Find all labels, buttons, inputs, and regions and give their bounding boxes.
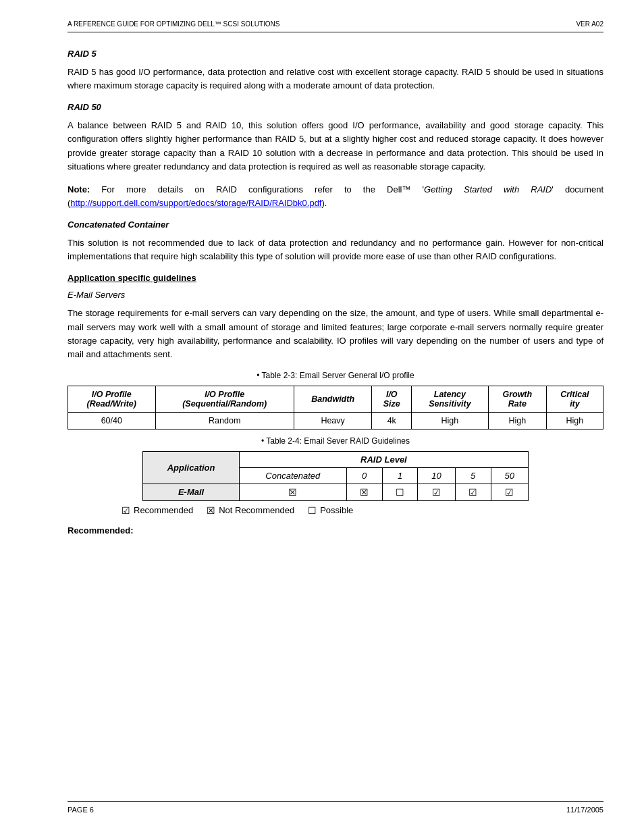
table23-caption: Table 2-3: Email Server General I/O prof… (68, 371, 603, 380)
page-header: A REFERENCE GUIDE FOR OPTIMIZING DELL™ S… (68, 20, 603, 32)
note-italic: Getting Started with RAID (424, 184, 552, 194)
header-left: A REFERENCE GUIDE FOR OPTIMIZING DELL™ S… (68, 20, 280, 28)
email-servers-title: E-Mail Servers (68, 290, 603, 300)
col-50: 50 (491, 467, 528, 484)
cell-growth: High (488, 412, 546, 429)
cell-5: ☑ (455, 484, 491, 500)
email-row: E-Mail ☒ ☒ ☐ ☑ ☑ ☑ (143, 484, 529, 500)
col-0: 0 (346, 467, 382, 484)
cell-concat: ☒ (240, 484, 347, 500)
cell-io-size: 4k (372, 412, 412, 429)
legend-recommended: ☑ Recommended (122, 505, 193, 516)
email-label: E-Mail (143, 484, 240, 500)
concatenated-title: Concatenated Container (68, 219, 603, 230)
io-profile-table: I/O Profile(Read/Write) I/O Profile(Sequ… (68, 386, 603, 429)
check-icon3: ☑ (505, 487, 514, 498)
raid-guidelines-table: Application RAID Level Concatenated 0 1 … (142, 451, 529, 501)
raid50-section: RAID 50 A balance between RAID 5 and RAI… (68, 102, 603, 174)
possible-label: Possible (320, 505, 353, 515)
possible-icon: ☐ (308, 505, 317, 516)
col-latency: LatencySensitivity (412, 386, 489, 412)
not-recommended-label: Not Recommended (219, 505, 294, 515)
recommended-heading: Recommended: (68, 525, 134, 536)
legend-not-recommended: ☒ Not Recommended (207, 505, 294, 516)
col-5: 5 (455, 467, 491, 484)
note-bold: Note: (68, 184, 90, 194)
note-paragraph: Note: For more details on RAID configura… (68, 183, 603, 210)
not-recommended-icon: ☒ (207, 505, 215, 516)
email-servers-body: The storage requirements for e-mail serv… (68, 307, 603, 361)
app-guidelines-title: Application specific guidelines (68, 273, 603, 283)
cell-io-sr: Random (155, 412, 294, 429)
recommended-section: Recommended: (68, 525, 603, 536)
raid50-body: A balance between RAID 5 and RAID 10, th… (68, 119, 603, 174)
xmark-icon: ☒ (288, 487, 297, 498)
note-text3: ). (321, 198, 327, 208)
table-row: 60/40 Random Heavy 4k High High High (68, 412, 603, 429)
note-text1: For more details on RAID configurations … (90, 184, 424, 194)
col-io-rw: I/O Profile(Read/Write) (68, 386, 156, 412)
raid5-title: RAID 5 (68, 49, 603, 59)
concatenated-body: This solution is not recommended due to … (68, 236, 603, 263)
check-icon2: ☑ (468, 487, 477, 498)
col-concatenated: Concatenated (240, 467, 347, 484)
col-10: 10 (418, 467, 455, 484)
legend-possible: ☐ Possible (308, 505, 353, 516)
application-header: Application (143, 451, 240, 484)
cell-50: ☑ (491, 484, 528, 500)
check-icon1: ☑ (432, 487, 441, 498)
cell-10: ☑ (418, 484, 455, 500)
footer-left: PAGE 6 (68, 806, 94, 814)
raid50-title: RAID 50 (68, 102, 603, 112)
app-guidelines-section: Application specific guidelines E-Mail S… (68, 273, 603, 361)
col-io-sr: I/O Profile(Sequential/Random) (155, 386, 294, 412)
raid5-body: RAID 5 has good I/O performance, data pr… (68, 66, 603, 93)
cell-0: ☒ (346, 484, 382, 500)
xmark-icon2: ☒ (360, 487, 369, 498)
concatenated-section: Concatenated Container This solution is … (68, 219, 603, 263)
raid5-section: RAID 5 RAID 5 has good I/O performance, … (68, 49, 603, 93)
page: A REFERENCE GUIDE FOR OPTIMIZING DELL™ S… (0, 0, 644, 834)
col-bandwidth: Bandwidth (294, 386, 372, 412)
footer-right: 11/17/2005 (566, 806, 603, 814)
col-growth: GrowthRate (488, 386, 546, 412)
note-link[interactable]: http://support.dell.com/support/edocs/st… (70, 198, 321, 208)
cell-critical: High (546, 412, 603, 429)
legend-row: ☑ Recommended ☒ Not Recommended ☐ Possib… (68, 505, 603, 516)
raid-level-header: RAID Level (240, 451, 529, 467)
col-1: 1 (382, 467, 418, 484)
recommended-label: Recommended (134, 505, 193, 515)
recommended-icon: ☑ (122, 505, 130, 516)
cell-latency: High (412, 412, 489, 429)
table24-caption: Table 2-4: Email Sever RAID Guidelines (68, 436, 603, 446)
col-critical: Criticality (546, 386, 603, 412)
cell-bandwidth: Heavy (294, 412, 372, 429)
cell-1: ☐ (382, 484, 418, 500)
cell-io-rw: 60/40 (68, 412, 156, 429)
square-icon: ☐ (396, 487, 404, 498)
header-right: VER A02 (576, 20, 603, 28)
page-footer: PAGE 6 11/17/2005 (68, 801, 603, 814)
col-io-size: I/OSize (372, 386, 412, 412)
